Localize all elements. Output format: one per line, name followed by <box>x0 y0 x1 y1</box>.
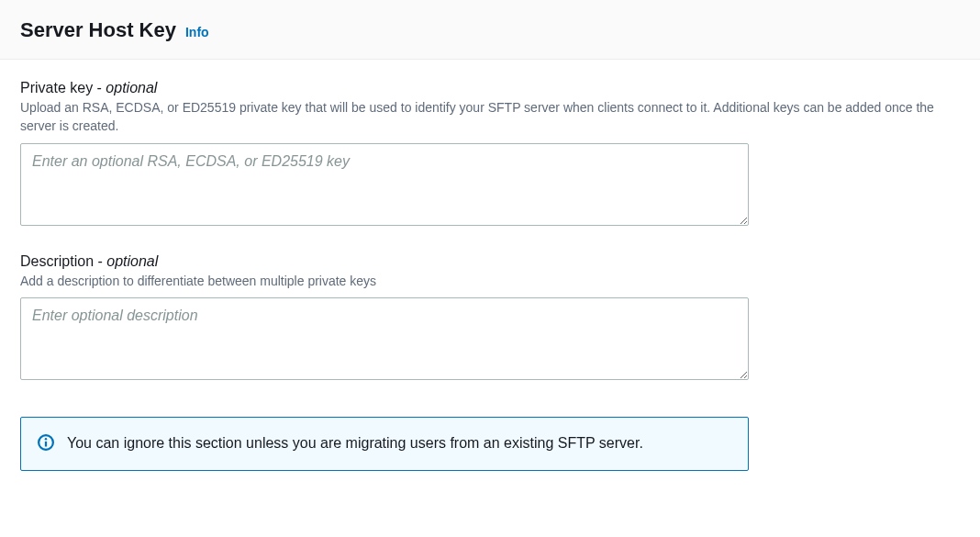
private-key-optional-tag: optional <box>106 80 157 95</box>
private-key-help-text: Upload an RSA, ECDSA, or ED25519 private… <box>20 98 960 136</box>
form-content: Private key - optional Upload an RSA, EC… <box>0 60 980 491</box>
private-key-label-text: Private key - <box>20 80 106 95</box>
private-key-input[interactable] <box>20 143 749 226</box>
info-link[interactable]: Info <box>185 25 209 39</box>
description-optional-tag: optional <box>106 253 158 269</box>
info-notice: You can ignore this section unless you a… <box>20 417 749 471</box>
page-title: Server Host Key <box>20 18 176 42</box>
svg-point-1 <box>45 438 47 440</box>
description-label-text: Description - <box>20 253 106 269</box>
description-help-text: Add a description to differentiate betwe… <box>20 272 960 290</box>
description-field: Description - optional Add a description… <box>20 253 960 384</box>
private-key-label: Private key - optional <box>20 80 960 96</box>
info-icon <box>38 434 54 451</box>
description-input[interactable] <box>20 297 749 380</box>
private-key-field: Private key - optional Upload an RSA, EC… <box>20 80 960 229</box>
svg-rect-2 <box>45 442 47 447</box>
info-notice-text: You can ignore this section unless you a… <box>67 432 643 455</box>
section-header: Server Host Key Info <box>0 0 980 60</box>
description-label: Description - optional <box>20 253 960 270</box>
